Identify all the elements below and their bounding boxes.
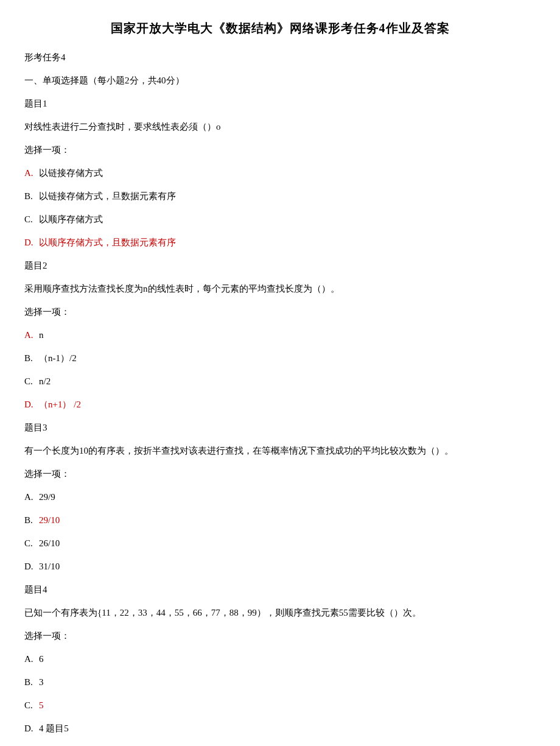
question-stem: 有一个长度为10的有序表，按折半查找对该表进行查找，在等概率情况下查找成功的平均… — [24, 443, 536, 458]
task-label: 形考任务4 — [24, 50, 536, 65]
option-a: A.6 — [24, 652, 536, 666]
option-b: B.以链接存储方式，旦数据元素有序 — [24, 189, 536, 203]
question-stem: 对线性表进行二分查找时，要求线性表必须（）o — [24, 119, 536, 134]
question-prompt: 选择一项： — [24, 466, 536, 481]
question-heading: 题目4 — [24, 582, 536, 597]
option-c: C.5 — [24, 698, 536, 713]
question-prompt: 选择一项： — [24, 304, 536, 319]
option-d: D.31/10 — [24, 559, 536, 574]
option-c: C.26/10 — [24, 536, 536, 551]
option-a: A.以链接存储方式 — [24, 166, 536, 180]
option-c: C.n/2 — [24, 374, 536, 389]
question-prompt: 选择一项： — [24, 143, 536, 157]
question-prompt: 选择一项： — [24, 628, 536, 643]
document-title: 国家开放大学电大《数据结构》网络课形考任务4作业及答案 — [24, 18, 536, 38]
option-b: B.29/10 — [24, 513, 536, 527]
question-heading: 题目3 — [24, 420, 536, 435]
question-stem: 已知一个有序表为{11，22，33，44，55，66，77，88，99），则顺序… — [24, 605, 536, 620]
section-title: 一、单项选择题（每小题2分，共40分） — [24, 73, 536, 88]
option-b: B.3 — [24, 675, 536, 689]
option-d: D.4 题目5 — [24, 721, 536, 736]
question-heading: 题目2 — [24, 258, 536, 273]
question-heading: 题目1 — [24, 96, 536, 111]
option-d: D.以顺序存储方式，且数据元素有序 — [24, 235, 536, 250]
question-stem: 采用顺序查找方法查找长度为n的线性表时，每个元素的平均查找长度为（）。 — [24, 281, 536, 296]
option-a: A.29/9 — [24, 490, 536, 504]
option-b: B.（n-1）/2 — [24, 351, 536, 365]
option-c: C.以顺序存储方式 — [24, 212, 536, 227]
option-a: A.n — [24, 328, 536, 342]
option-d: D.（n+1） /2 — [24, 397, 536, 412]
